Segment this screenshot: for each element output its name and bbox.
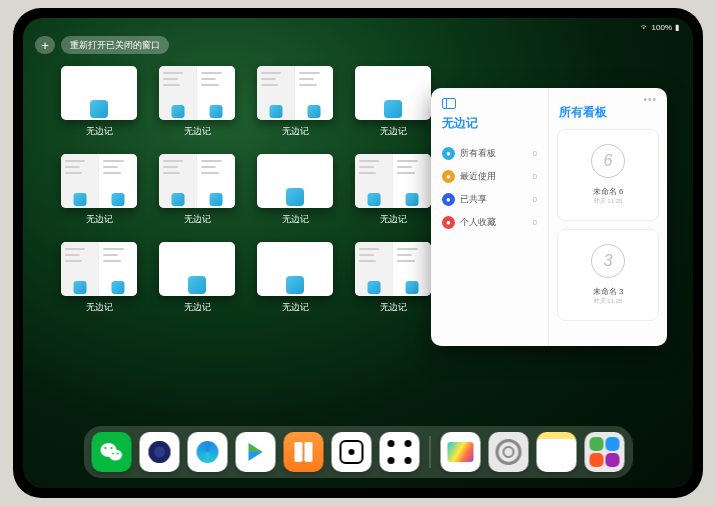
status-bar: ᯤ 100% ▮ (23, 18, 693, 34)
board-date: 昨天 11:25 (594, 297, 623, 306)
window-thumbnail[interactable]: 无边记 (159, 242, 235, 316)
dock-app-game1[interactable] (332, 432, 372, 472)
board-date: 昨天 11:25 (594, 197, 623, 206)
panel-main: 所有看板 6未命名 6昨天 11:253未命名 3昨天 11:25 (549, 88, 667, 346)
window-label: 无边记 (184, 301, 211, 314)
svg-point-1 (109, 450, 122, 461)
freeform-panel[interactable]: ••• 无边记 ●所有看板0●最近使用0●已共享0●个人收藏0 所有看板 6未命… (431, 88, 667, 346)
window-preview-icon (159, 154, 235, 208)
window-thumbnail[interactable]: 无边记 (257, 242, 333, 316)
window-label: 无边记 (86, 125, 113, 138)
window-label: 无边记 (184, 213, 211, 226)
svg-point-5 (117, 453, 119, 455)
battery-icon: ▮ (675, 23, 679, 32)
window-thumbnail[interactable]: 无边记 (61, 242, 137, 316)
panel-more-icon[interactable]: ••• (643, 94, 657, 105)
nav-label: 已共享 (460, 193, 487, 206)
panel-main-title: 所有看板 (559, 104, 659, 121)
new-window-button[interactable]: + (35, 36, 55, 54)
sidebar-item[interactable]: ●已共享0 (439, 188, 540, 211)
window-preview-icon (257, 154, 333, 208)
dock-app-quark[interactable] (140, 432, 180, 472)
window-label: 无边记 (380, 125, 407, 138)
window-thumbnail[interactable]: 无边记 (61, 66, 137, 140)
nav-icon: ● (442, 193, 455, 206)
dock-app-library[interactable] (585, 432, 625, 472)
sidebar-item[interactable]: ●最近使用0 (439, 165, 540, 188)
window-preview-icon (355, 154, 431, 208)
svg-point-2 (104, 447, 106, 449)
window-label: 无边记 (380, 213, 407, 226)
window-label: 无边记 (380, 301, 407, 314)
window-preview-icon (61, 66, 137, 120)
board-name: 未命名 6 (593, 186, 624, 197)
ipad-frame: ᯤ 100% ▮ + 重新打开已关闭的窗口 无边记无边记无边记无边记无边记无边记… (13, 8, 703, 498)
board-thumbnail-icon: 6 (591, 144, 625, 178)
nav-icon: ● (442, 170, 455, 183)
screen: ᯤ 100% ▮ + 重新打开已关闭的窗口 无边记无边记无边记无边记无边记无边记… (23, 18, 693, 488)
wifi-icon: ᯤ (641, 23, 649, 32)
board-card[interactable]: 6未命名 6昨天 11:25 (557, 129, 659, 221)
window-thumbnail[interactable]: 无边记 (355, 66, 431, 140)
battery-pct: 100% (652, 23, 672, 32)
sidebar-title: 无边记 (442, 115, 540, 132)
window-thumbnail[interactable]: 无边记 (159, 154, 235, 228)
window-preview-icon (159, 242, 235, 296)
dock-app-books[interactable] (284, 432, 324, 472)
window-preview-icon (61, 242, 137, 296)
window-grid: 无边记无边记无边记无边记无边记无边记无边记无边记无边记无边记无边记无边记 (61, 66, 441, 404)
sidebar-item[interactable]: ●个人收藏0 (439, 211, 540, 234)
dock-app-game2[interactable] (380, 432, 420, 472)
svg-point-3 (110, 447, 112, 449)
board-thumbnail-icon: 3 (591, 244, 625, 278)
window-thumbnail[interactable]: 无边记 (355, 242, 431, 316)
board-name: 未命名 3 (593, 286, 624, 297)
window-preview-icon (355, 242, 431, 296)
nav-icon: ● (442, 216, 455, 229)
dock-separator (430, 436, 431, 468)
dock-app-wechat[interactable] (92, 432, 132, 472)
reopen-closed-window-button[interactable]: 重新打开已关闭的窗口 (61, 36, 169, 54)
dock-app-freeform[interactable] (441, 432, 481, 472)
window-label: 无边记 (184, 125, 211, 138)
nav-count: 0 (533, 218, 537, 227)
dock-app-notes[interactable] (537, 432, 577, 472)
window-preview-icon (355, 66, 431, 120)
window-label: 无边记 (282, 125, 309, 138)
panel-sidebar: 无边记 ●所有看板0●最近使用0●已共享0●个人收藏0 (431, 88, 549, 346)
dock-app-play[interactable] (236, 432, 276, 472)
nav-count: 0 (533, 149, 537, 158)
window-thumbnail[interactable]: 无边记 (159, 66, 235, 140)
window-preview-icon (257, 66, 333, 120)
nav-count: 0 (533, 195, 537, 204)
board-card[interactable]: 3未命名 3昨天 11:25 (557, 229, 659, 321)
nav-label: 个人收藏 (460, 216, 496, 229)
window-preview-icon (61, 154, 137, 208)
nav-label: 最近使用 (460, 170, 496, 183)
dock-app-settings[interactable] (489, 432, 529, 472)
window-thumbnail[interactable]: 无边记 (257, 66, 333, 140)
dock-app-qqbrowser[interactable] (188, 432, 228, 472)
window-preview-icon (159, 66, 235, 120)
nav-count: 0 (533, 172, 537, 181)
window-label: 无边记 (86, 213, 113, 226)
window-thumbnail[interactable]: 无边记 (355, 154, 431, 228)
sidebar-toggle-icon[interactable] (442, 98, 456, 109)
window-label: 无边记 (282, 213, 309, 226)
nav-icon: ● (442, 147, 455, 160)
window-label: 无边记 (282, 301, 309, 314)
sidebar-item[interactable]: ●所有看板0 (439, 142, 540, 165)
window-thumbnail[interactable]: 无边记 (257, 154, 333, 228)
window-preview-icon (257, 242, 333, 296)
dock (84, 426, 633, 478)
nav-label: 所有看板 (460, 147, 496, 160)
window-label: 无边记 (86, 301, 113, 314)
top-toolbar: + 重新打开已关闭的窗口 (35, 36, 169, 54)
svg-point-4 (112, 453, 114, 455)
window-thumbnail[interactable]: 无边记 (61, 154, 137, 228)
